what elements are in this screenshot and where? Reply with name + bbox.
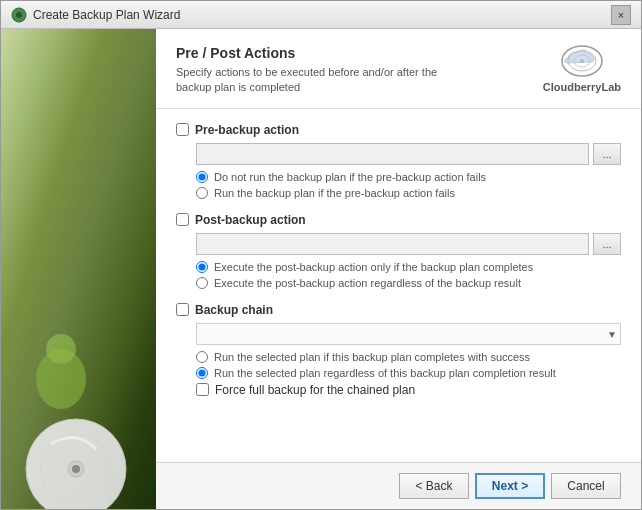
content-area: Pre / Post Actions Specify actions to be… [1, 29, 641, 509]
force-full-backup-text: Force full backup for the chained plan [215, 383, 415, 397]
cancel-button[interactable]: Cancel [551, 473, 621, 499]
backup-chain-dropdown-wrapper: ▼ [196, 323, 621, 345]
post-backup-checkbox[interactable] [176, 213, 189, 226]
header: Pre / Post Actions Specify actions to be… [156, 29, 641, 109]
page-title: Pre / Post Actions [176, 45, 456, 61]
backup-chain-radio2[interactable] [196, 367, 208, 379]
pre-backup-radio2-label[interactable]: Run the backup plan if the pre-backup ac… [196, 187, 621, 199]
title-bar: Create Backup Plan Wizard × [1, 1, 641, 29]
pre-backup-checkbox[interactable] [176, 123, 189, 136]
footer: < Back Next > Cancel [156, 462, 641, 509]
logo-area: CloudberryLab [543, 41, 621, 93]
backup-chain-label: Backup chain [195, 303, 273, 317]
backup-chain-section: Backup chain ▼ Run the sele [176, 303, 621, 397]
main-panel: Pre / Post Actions Specify actions to be… [156, 29, 641, 509]
back-button[interactable]: < Back [399, 473, 469, 499]
sidebar-decoration [1, 309, 156, 509]
backup-chain-radio-group: Run the selected plan if this backup pla… [176, 351, 621, 397]
backup-chain-radio1[interactable] [196, 351, 208, 363]
pre-backup-radio2[interactable] [196, 187, 208, 199]
pre-backup-radio1-label[interactable]: Do not run the backup plan if the pre-ba… [196, 171, 621, 183]
backup-chain-checkbox[interactable] [176, 303, 189, 316]
sidebar [1, 29, 156, 509]
pre-backup-checkbox-label[interactable]: Pre-backup action [176, 123, 621, 137]
post-backup-label: Post-backup action [195, 213, 306, 227]
header-text: Pre / Post Actions Specify actions to be… [176, 45, 456, 96]
svg-point-5 [72, 465, 80, 473]
post-backup-section: Post-backup action ... Execute the post-… [176, 213, 621, 289]
post-backup-radio1-label[interactable]: Execute the post-backup action only if t… [196, 261, 621, 273]
post-backup-input-row: ... [176, 233, 621, 255]
post-backup-input[interactable] [196, 233, 589, 255]
post-backup-radio1-text: Execute the post-backup action only if t… [214, 261, 533, 273]
post-backup-radio1[interactable] [196, 261, 208, 273]
backup-chain-radio2-text: Run the selected plan regardless of this… [214, 367, 556, 379]
form-area: Pre-backup action ... Do not run the bac… [156, 109, 641, 462]
svg-point-1 [16, 12, 22, 18]
post-backup-checkbox-label[interactable]: Post-backup action [176, 213, 621, 227]
title-bar-left: Create Backup Plan Wizard [11, 7, 180, 23]
pre-backup-browse-btn[interactable]: ... [593, 143, 621, 165]
cloudberry-logo [557, 41, 607, 81]
logo-label: CloudberryLab [543, 81, 621, 93]
page-description: Specify actions to be executed before an… [176, 65, 456, 96]
pre-backup-radio-group: Do not run the backup plan if the pre-ba… [176, 171, 621, 199]
pre-backup-radio1[interactable] [196, 171, 208, 183]
next-button[interactable]: Next > [475, 473, 545, 499]
post-backup-radio2[interactable] [196, 277, 208, 289]
backup-chain-radio1-label[interactable]: Run the selected plan if this backup pla… [196, 351, 621, 363]
pre-backup-radio1-text: Do not run the backup plan if the pre-ba… [214, 171, 486, 183]
force-full-backup-checkbox[interactable] [196, 383, 209, 396]
svg-point-7 [46, 334, 76, 364]
backup-chain-checkbox-label[interactable]: Backup chain [176, 303, 621, 317]
backup-chain-dropdown[interactable] [196, 323, 621, 345]
backup-chain-radio1-text: Run the selected plan if this backup pla… [214, 351, 530, 363]
post-backup-radio2-label[interactable]: Execute the post-backup action regardles… [196, 277, 621, 289]
post-backup-browse-btn[interactable]: ... [593, 233, 621, 255]
pre-backup-section: Pre-backup action ... Do not run the bac… [176, 123, 621, 199]
backup-chain-radio2-label[interactable]: Run the selected plan regardless of this… [196, 367, 621, 379]
close-button[interactable]: × [611, 5, 631, 25]
backup-chain-dropdown-row: ▼ [176, 323, 621, 345]
pre-backup-label: Pre-backup action [195, 123, 299, 137]
pre-backup-input[interactable] [196, 143, 589, 165]
pre-backup-input-row: ... [176, 143, 621, 165]
force-full-backup-label[interactable]: Force full backup for the chained plan [196, 383, 621, 397]
window-title: Create Backup Plan Wizard [33, 8, 180, 22]
app-icon [11, 7, 27, 23]
post-backup-radio2-text: Execute the post-backup action regardles… [214, 277, 521, 289]
wizard-window: Create Backup Plan Wizard × [0, 0, 642, 510]
pre-backup-radio2-text: Run the backup plan if the pre-backup ac… [214, 187, 455, 199]
post-backup-radio-group: Execute the post-backup action only if t… [176, 261, 621, 289]
